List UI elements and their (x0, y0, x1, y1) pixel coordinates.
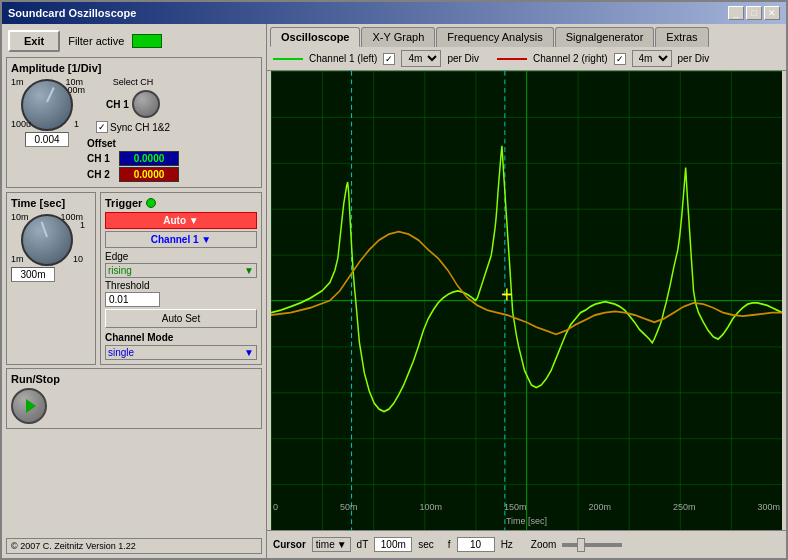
auto-set-button[interactable]: Auto Set (105, 309, 257, 328)
amplitude-knob-marker (46, 87, 55, 102)
x-tick-0: 0 (273, 502, 278, 512)
trigger-title: Trigger (105, 197, 142, 209)
channel-row: Channel 1 (left) ✓ 4m per Div Channel 2 … (267, 47, 786, 71)
cursor-bar: Cursor time ▼ dT sec f Hz Zoom (267, 530, 786, 558)
amplitude-section: Amplitude [1/Div] 1m 10m 100m 100u 1 (6, 57, 262, 188)
amplitude-right: Select CH CH 1 ✓ Sync CH 1&2 Offset (87, 77, 179, 183)
trigger-led (146, 198, 156, 208)
minimize-button[interactable]: _ (728, 6, 744, 20)
scope-canvas: 0 50m 100m 150m 200m 250m 300m Time [sec… (271, 71, 782, 530)
amplitude-title: Amplitude [1/Div] (11, 62, 257, 74)
dt-value[interactable] (374, 537, 412, 552)
time-knob-marker (41, 222, 48, 238)
zoom-label: Zoom (531, 539, 557, 550)
time-section: Time [sec] 10m 100m 1 1m 10 300m (6, 192, 96, 365)
cursor-label: Cursor (273, 539, 306, 550)
threshold-input[interactable] (105, 292, 160, 307)
trigger-title-row: Trigger (105, 197, 257, 209)
run-stop-section: Run/Stop (6, 368, 262, 429)
sync-label: Sync CH 1&2 (110, 122, 170, 133)
x-tick-250m: 250m (673, 502, 696, 512)
time-spinbox[interactable]: 300m (11, 267, 55, 282)
scope-grid-svg (271, 71, 782, 530)
amp-label-1m: 1m (11, 77, 24, 87)
x-tick-300m: 300m (757, 502, 780, 512)
main-window: Soundcard Oszilloscope _ □ ✕ Exit Filter… (0, 0, 788, 560)
x-tick-150m: 150m (504, 502, 527, 512)
offset-area: Offset CH 1 0.0000 CH 2 0.0000 (87, 138, 179, 183)
ch2-offset-label: CH 2 (87, 169, 115, 180)
ch2-offset-input[interactable]: 0.0000 (119, 167, 179, 182)
zoom-track (562, 543, 622, 547)
time-label-10: 10 (73, 254, 83, 264)
channel1-button[interactable]: Channel 1 ▼ (105, 231, 257, 248)
ch1-channel-checkbox[interactable]: ✓ (383, 53, 395, 65)
filter-label: Filter active (68, 35, 124, 47)
title-controls: _ □ ✕ (728, 6, 780, 20)
ch2-per-div-select[interactable]: 4m (632, 50, 672, 67)
auto-button[interactable]: Auto ▼ (105, 212, 257, 229)
dt-unit: sec (418, 539, 434, 550)
time-label-1m: 1m (11, 254, 24, 264)
ch1-per-div-select[interactable]: 4m (401, 50, 441, 67)
f-value[interactable] (457, 537, 495, 552)
exit-button[interactable]: Exit (8, 30, 60, 52)
copyright-bar: © 2007 C. Zeitnitz Version 1.22 (6, 538, 262, 554)
amplitude-knob-area: 1m 10m 100m 100u 1 0.004 (11, 77, 83, 147)
amplitude-spinbox[interactable]: 0.004 (25, 132, 69, 147)
tab-signalgenerator[interactable]: Signalgenerator (555, 27, 655, 47)
x-tick-100m: 100m (419, 502, 442, 512)
x-axis-labels: 0 50m 100m 150m 200m 250m 300m (271, 502, 782, 512)
zoom-slider-container (562, 537, 622, 553)
tab-oscilloscope[interactable]: Oscilloscope (270, 27, 360, 47)
single-dropdown[interactable]: single▼ (105, 345, 257, 360)
time-knob-area: 10m 100m 1 1m 10 (11, 212, 83, 264)
trigger-section: Trigger Auto ▼ Channel 1 ▼ Edge rising▼ … (100, 192, 262, 365)
tabs-bar: Oscilloscope X-Y Graph Frequency Analysi… (267, 24, 786, 47)
ch1-indicator[interactable] (132, 90, 160, 118)
tab-xy-graph[interactable]: X-Y Graph (361, 27, 435, 47)
run-stop-button[interactable] (11, 388, 47, 424)
ch2-channel-checkbox[interactable]: ✓ (614, 53, 626, 65)
f-unit: Hz (501, 539, 513, 550)
x-tick-200m: 200m (588, 502, 611, 512)
right-panel: Oscilloscope X-Y Graph Frequency Analysi… (267, 24, 786, 558)
cursor-type-dropdown[interactable]: time ▼ (312, 537, 351, 552)
tab-extras[interactable]: Extras (655, 27, 708, 47)
edge-label: Edge (105, 251, 257, 262)
channel-mode-label: Channel Mode (105, 332, 257, 343)
ch2-channel-label: Channel 2 (right) (533, 53, 607, 64)
time-title: Time [sec] (11, 197, 91, 209)
ch1-selector: CH 1 (106, 90, 160, 118)
amp-label-100u: 100u (11, 119, 31, 129)
top-bar: Exit Filter active (6, 28, 262, 54)
copyright-text: © 2007 C. Zeitnitz Version 1.22 (11, 541, 136, 551)
left-panel: Exit Filter active Amplitude [1/Div] 1m … (2, 24, 267, 558)
f-label: f (448, 539, 451, 550)
ch2-per-div-label: per Div (678, 53, 710, 64)
time-knob[interactable] (21, 214, 73, 266)
play-icon (26, 399, 36, 413)
rising-dropdown[interactable]: rising▼ (105, 263, 257, 278)
ch1-offset-label: CH 1 (87, 153, 115, 164)
time-label-10m: 10m (11, 212, 29, 222)
main-content: Exit Filter active Amplitude [1/Div] 1m … (2, 24, 786, 558)
tab-frequency-analysis[interactable]: Frequency Analysis (436, 27, 553, 47)
close-button[interactable]: ✕ (764, 6, 780, 20)
dt-label: dT (357, 539, 369, 550)
sync-checkbox[interactable]: ✓ (96, 121, 108, 133)
amplitude-knob-labels: 1m 10m 100m 100u 1 (11, 77, 83, 129)
ch1-channel-label: Channel 1 (left) (309, 53, 377, 64)
sync-checkbox-row: ✓ Sync CH 1&2 (96, 121, 170, 133)
ch2-color-indicator (497, 58, 527, 60)
maximize-button[interactable]: □ (746, 6, 762, 20)
zoom-thumb[interactable] (577, 538, 585, 552)
window-title: Soundcard Oszilloscope (8, 7, 136, 19)
ch1-offset-input[interactable]: 0.0000 (119, 151, 179, 166)
ch1-offset-row: CH 1 0.0000 (87, 151, 179, 166)
title-bar: Soundcard Oszilloscope _ □ ✕ (2, 2, 786, 24)
filter-active-indicator (132, 34, 162, 48)
ch2-offset-row: CH 2 0.0000 (87, 167, 179, 182)
threshold-label: Threshold (105, 280, 257, 291)
x-axis-label: Time [sec] (506, 516, 547, 526)
